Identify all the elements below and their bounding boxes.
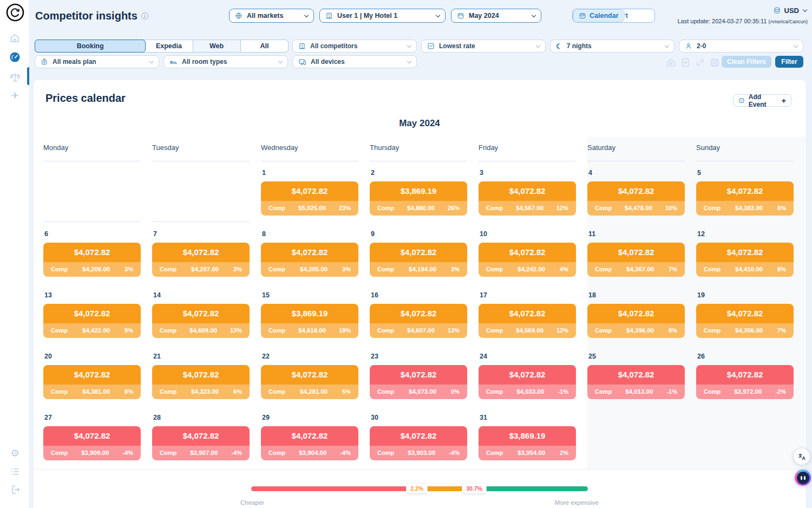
price-card[interactable]: $4,072.82Comp$4,410.008% bbox=[696, 243, 794, 277]
day-cell: 5$4,072.82Comp$4,383.008% bbox=[696, 163, 805, 224]
my-price: $4,072.82 bbox=[587, 365, 685, 385]
currency-selector[interactable]: USD bbox=[773, 6, 807, 15]
price-card[interactable]: $4,072.82Comp$4,567.0012% bbox=[479, 181, 576, 216]
day-number: 7 bbox=[153, 231, 250, 238]
market-select[interactable]: All markets bbox=[229, 9, 314, 23]
price-card[interactable]: $4,072.82Comp$4,207.003% bbox=[152, 243, 250, 277]
chevron-down-icon bbox=[149, 58, 154, 63]
price-card[interactable]: $4,072.82Comp$4,356.007% bbox=[696, 304, 794, 338]
filter-button[interactable]: Filter bbox=[775, 56, 803, 68]
price-card[interactable]: $4,072.82Comp$4,208.003% bbox=[43, 243, 141, 277]
price-card[interactable]: $4,072.82Comp$4,013.00-1% bbox=[587, 365, 685, 399]
sidebar-item-rate-comparison[interactable] bbox=[0, 71, 30, 83]
competitors-select[interactable]: All competitors bbox=[292, 40, 417, 53]
day-cell: 20$4,072.82Comp$4,381.008% bbox=[43, 347, 152, 408]
app-logo-icon[interactable] bbox=[5, 3, 25, 22]
tab-all[interactable]: All bbox=[241, 40, 288, 52]
price-card[interactable]: $4,072.82Comp$4,323.006% bbox=[152, 365, 250, 399]
my-price: $4,072.82 bbox=[43, 426, 141, 446]
tab-booking[interactable]: Booking bbox=[35, 40, 146, 53]
translate-button[interactable] bbox=[794, 448, 810, 465]
comp-diff: 23% bbox=[339, 205, 351, 211]
price-card[interactable]: $4,072.82Comp$4,396.008% bbox=[587, 304, 685, 338]
legend-expensive-segment bbox=[487, 486, 588, 491]
page-title: Competitor insights i bbox=[35, 10, 148, 22]
day-number: 10 bbox=[480, 231, 576, 238]
tab-web[interactable]: Web bbox=[193, 40, 241, 52]
comp-label: Comp bbox=[595, 266, 612, 272]
gear-icon: ⚙ bbox=[10, 448, 19, 458]
price-card[interactable]: $4,072.82Comp$4,073.000% bbox=[370, 365, 467, 399]
nights-select[interactable]: ☾ 7 nights bbox=[550, 40, 675, 53]
price-card[interactable]: $4,072.82Comp$4,281.005% bbox=[261, 365, 358, 399]
price-card[interactable]: $4,072.82Comp$4,205.003% bbox=[261, 243, 358, 277]
price-card[interactable]: $4,072.82Comp$4,569.0012% bbox=[479, 304, 576, 338]
comp-label: Comp bbox=[486, 388, 503, 395]
day-number: 13 bbox=[44, 292, 141, 299]
price-card[interactable]: $4,072.82Comp$3,903.00-4% bbox=[370, 426, 467, 460]
day-cell: 4$4,072.82Comp$4,478.0010% bbox=[587, 163, 696, 224]
price-card[interactable]: $4,072.82Comp$3,909.00-4% bbox=[43, 426, 141, 460]
month-select[interactable]: May 2024 bbox=[451, 9, 541, 23]
price-card[interactable]: $4,072.82Comp$4,367.007% bbox=[587, 243, 685, 277]
clean-filters-button[interactable]: Clean Filters bbox=[722, 56, 771, 68]
save-icon[interactable] bbox=[710, 57, 720, 68]
comp-label: Comp bbox=[704, 327, 721, 334]
price-card[interactable]: $3,869.19Comp$4,880.0026% bbox=[370, 181, 467, 216]
price-card[interactable]: $4,072.82Comp$3,904.00-4% bbox=[261, 426, 358, 460]
price-card[interactable]: $3,869.19Comp$3,954.002% bbox=[479, 426, 576, 460]
price-card[interactable]: $4,072.82Comp$4,607.0013% bbox=[370, 304, 467, 338]
sidebar-item-travel[interactable]: ✈ bbox=[0, 91, 30, 101]
comp-diff: 8% bbox=[777, 266, 786, 272]
price-card[interactable]: $4,072.82Comp$5,025.0023% bbox=[261, 181, 358, 216]
comp-label: Comp bbox=[269, 450, 285, 456]
info-icon[interactable]: i bbox=[141, 12, 148, 19]
price-card[interactable]: $4,072.82Comp$3,907.00-4% bbox=[152, 426, 250, 460]
price-card[interactable]: $3,869.19Comp$4,618.0019% bbox=[261, 304, 358, 338]
comp-diff: 10% bbox=[665, 205, 677, 211]
price-card[interactable]: $4,072.82Comp$4,033.00-1% bbox=[479, 365, 576, 399]
comp-label: Comp bbox=[269, 388, 285, 395]
comp-row: Comp$3,907.00-4% bbox=[152, 446, 250, 460]
add-event-button[interactable]: Add Event + bbox=[733, 94, 791, 107]
tab-expedia[interactable]: Expedia bbox=[145, 40, 193, 52]
price-card[interactable]: $4,072.82Comp$4,478.0010% bbox=[587, 181, 685, 216]
rate-select[interactable]: Lowest rate bbox=[421, 40, 546, 53]
price-card[interactable]: $4,072.82Comp$4,242.004% bbox=[479, 243, 576, 277]
favorite-filter-icon[interactable] bbox=[666, 57, 676, 68]
price-card[interactable]: $4,072.82Comp$4,381.008% bbox=[43, 365, 141, 399]
chevron-down-icon bbox=[803, 8, 807, 12]
sidebar-item-settings[interactable]: ⚙ bbox=[0, 448, 30, 458]
room-types-select[interactable]: All room types bbox=[163, 55, 288, 68]
sidebar-item-home[interactable] bbox=[0, 32, 30, 44]
comp-label: Comp bbox=[51, 327, 68, 334]
guests-select[interactable]: 2-0 bbox=[679, 40, 803, 53]
export-excel-icon[interactable] bbox=[680, 57, 691, 68]
meals-select[interactable]: All meals plan bbox=[35, 55, 159, 68]
my-price: $4,072.82 bbox=[696, 304, 794, 323]
calendar-view-button[interactable]: Calendar bbox=[573, 9, 625, 22]
devices-select[interactable]: All devices bbox=[292, 55, 417, 68]
chevron-down-icon bbox=[304, 12, 309, 17]
chatbot-button[interactable] bbox=[795, 470, 811, 486]
day-number: 5 bbox=[697, 170, 794, 177]
comp-price: $4,205.00 bbox=[300, 266, 328, 272]
hotel-select[interactable]: User 1 | My Hotel 1 bbox=[319, 9, 446, 23]
sidebar-item-logout[interactable] bbox=[0, 484, 30, 495]
comp-label: Comp bbox=[160, 450, 176, 456]
sidebar-item-dashboard[interactable] bbox=[0, 51, 30, 63]
comp-diff: 5% bbox=[342, 388, 351, 395]
calendar-icon bbox=[579, 12, 586, 19]
price-card[interactable]: $4,072.82Comp$4,383.008% bbox=[696, 181, 794, 216]
sidebar-item-list[interactable] bbox=[0, 466, 30, 477]
price-card[interactable]: $4,072.82Comp$4,422.009% bbox=[43, 304, 141, 338]
day-cell: 26$4,072.82Comp$3,972.00-2% bbox=[696, 347, 805, 408]
price-card[interactable]: $4,072.82Comp$3,972.00-2% bbox=[696, 365, 794, 399]
day-cell: 25$4,072.82Comp$4,013.00-1% bbox=[587, 347, 696, 408]
comp-price: $4,207.00 bbox=[191, 266, 219, 272]
price-card[interactable]: $4,072.82Comp$4,609.0013% bbox=[152, 304, 250, 338]
price-card[interactable]: $4,072.82Comp$4,194.003% bbox=[370, 243, 467, 277]
comp-label: Comp bbox=[704, 266, 721, 272]
chevron-down-icon bbox=[536, 43, 540, 47]
copy-link-icon[interactable] bbox=[695, 57, 705, 68]
